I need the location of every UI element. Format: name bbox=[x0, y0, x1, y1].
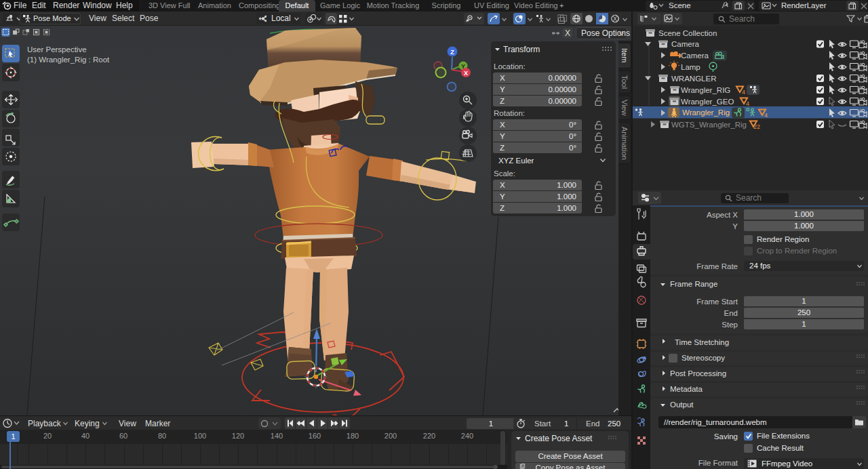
svg-text:4: 4 bbox=[764, 112, 768, 119]
svg-text:Camera: Camera bbox=[671, 40, 700, 48]
svg-text:Z: Z bbox=[450, 49, 454, 56]
svg-text:(1) Wrangler_Rig : Root: (1) Wrangler_Rig : Root bbox=[27, 56, 110, 64]
svg-text:Wrangler_RIG: Wrangler_RIG bbox=[681, 86, 730, 94]
svg-text:Lamp: Lamp bbox=[681, 63, 701, 71]
svg-text:4: 4 bbox=[746, 100, 749, 107]
svg-text:User Perspective: User Perspective bbox=[27, 45, 87, 54]
svg-text:Wrangler_Rig: Wrangler_Rig bbox=[682, 108, 730, 117]
svg-text:X: X bbox=[464, 70, 468, 77]
svg-text:Wrangler_GEO: Wrangler_GEO bbox=[681, 98, 734, 106]
svg-text:Camera: Camera bbox=[681, 52, 709, 60]
svg-text:4: 4 bbox=[742, 89, 745, 96]
svg-text:WGTS_Wrangler_Rig: WGTS_Wrangler_Rig bbox=[671, 121, 747, 129]
svg-text:22: 22 bbox=[753, 123, 760, 130]
svg-text:WRANGLER: WRANGLER bbox=[671, 75, 716, 83]
svg-text:Scene Collection: Scene Collection bbox=[658, 29, 717, 37]
